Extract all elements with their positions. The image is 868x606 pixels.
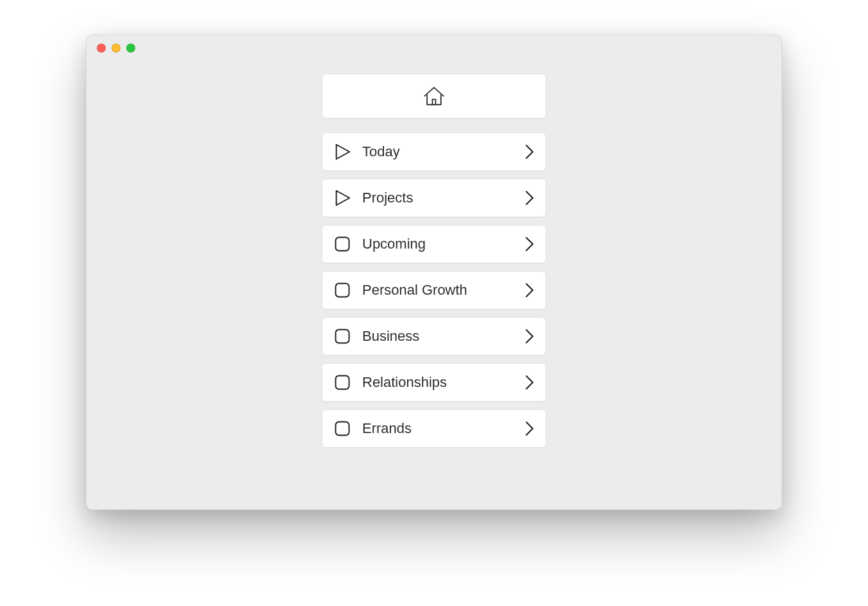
- svg-rect-3: [336, 284, 349, 297]
- nav-item-label: Relationships: [353, 374, 522, 391]
- checkbox-icon: [331, 418, 353, 439]
- play-icon: [331, 141, 353, 163]
- chevron-right-icon: [522, 283, 537, 297]
- nav-item-label: Upcoming: [353, 236, 522, 252]
- minimize-window-button[interactable]: [112, 44, 121, 53]
- nav-item-label: Personal Growth: [353, 282, 522, 299]
- svg-rect-4: [336, 330, 349, 343]
- titlebar: [87, 35, 781, 61]
- svg-rect-5: [336, 376, 349, 389]
- nav-item-upcoming[interactable]: Upcoming: [322, 225, 546, 263]
- checkbox-icon: [331, 279, 353, 301]
- nav-list: Today Projects Upcoming Personal Growth: [322, 74, 546, 509]
- chevron-right-icon: [522, 237, 537, 251]
- svg-rect-2: [336, 238, 349, 251]
- play-icon: [331, 187, 353, 209]
- nav-item-label: Errands: [353, 420, 522, 437]
- svg-rect-6: [336, 422, 349, 436]
- nav-item-label: Business: [353, 328, 522, 345]
- nav-item-label: Projects: [353, 190, 522, 206]
- chevron-right-icon: [522, 329, 537, 343]
- chevron-right-icon: [522, 375, 537, 389]
- home-icon: [421, 83, 447, 109]
- nav-item-projects[interactable]: Projects: [322, 179, 546, 217]
- nav-item-business[interactable]: Business: [322, 317, 546, 356]
- chevron-right-icon: [522, 145, 537, 159]
- nav-item-label: Today: [353, 143, 522, 160]
- zoom-window-button[interactable]: [126, 44, 135, 53]
- checkbox-icon: [331, 233, 353, 255]
- app-window: Today Projects Upcoming Personal Growth: [86, 35, 782, 510]
- chevron-right-icon: [522, 191, 537, 205]
- nav-item-relationships[interactable]: Relationships: [322, 363, 546, 402]
- window-content: Today Projects Upcoming Personal Growth: [87, 61, 781, 509]
- svg-marker-0: [337, 145, 350, 160]
- nav-item-today[interactable]: Today: [322, 133, 546, 171]
- close-window-button[interactable]: [97, 44, 106, 53]
- checkbox-icon: [331, 372, 353, 393]
- svg-marker-1: [337, 191, 350, 206]
- nav-item-errands[interactable]: Errands: [322, 409, 546, 448]
- nav-item-personal-growth[interactable]: Personal Growth: [322, 271, 546, 309]
- checkbox-icon: [331, 325, 353, 347]
- home-button[interactable]: [322, 74, 546, 119]
- window-controls: [97, 44, 135, 53]
- chevron-right-icon: [522, 422, 537, 436]
